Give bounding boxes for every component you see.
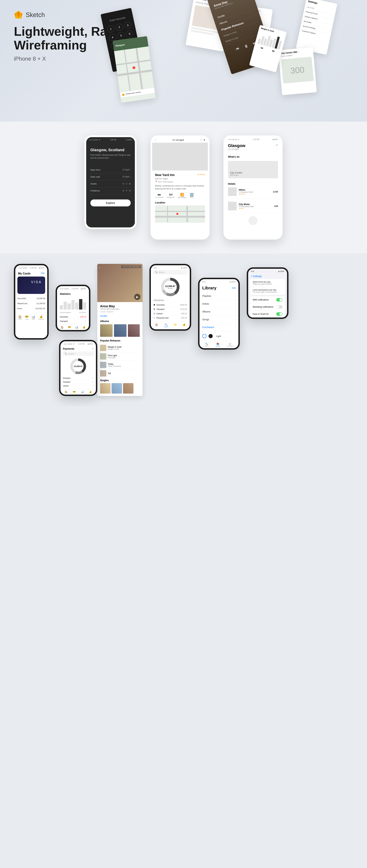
marketing-toggle[interactable]: [276, 305, 283, 309]
p-tab-home[interactable]: 🏠: [65, 391, 67, 393]
stats-tab-active[interactable]: 📊: [75, 326, 78, 329]
tab-budget-payments[interactable]: 💰: [182, 323, 186, 328]
spending-personalcare-amount: £56.00: [181, 317, 187, 319]
back-arrow-icon[interactable]: ‹: [99, 266, 100, 269]
library-item-purchased[interactable]: Purchased ›: [199, 323, 238, 331]
tab-payments[interactable]: 💰 Payments: [38, 315, 45, 320]
tab-lib-purchased[interactable]: 🛒 Purchased: [227, 342, 233, 347]
statistics-screen: ◄◄ Carrier 1:20 PM ■100% Statistics: [57, 286, 89, 330]
single-thumb-2[interactable]: [112, 383, 122, 394]
artist-hero-image: ‹ ▶ 200,567,998 Subscribers: [97, 264, 142, 302]
tab-home[interactable]: 🏠 Home: [18, 315, 22, 320]
hotel-item-citymotel[interactable]: City Motel 9 Hampstead Road ★★★ £59: [228, 202, 278, 213]
expand-icon[interactable]: ⤢: [276, 143, 278, 147]
track-name-4: Tell: [108, 372, 111, 375]
shuffle-button[interactable]: Shuffle: [100, 315, 140, 317]
payments-item-transport[interactable]: Transport ✓: [63, 380, 93, 384]
album-thumb-3[interactable]: [128, 324, 140, 337]
tab-budget-albums[interactable]: 📁: [174, 323, 177, 328]
p-leisure-check: ✓: [92, 385, 93, 387]
faceid-toggle[interactable]: [276, 312, 283, 316]
settings-content: Spend limit per day Today you spent £550…: [248, 279, 287, 317]
payments-item-leisure[interactable]: Leisure ✓: [63, 384, 93, 388]
track-item-1[interactable]: Weight in Gold Weight in Gold: [100, 344, 140, 352]
track-item-2[interactable]: Find Light Find Light: [100, 352, 140, 361]
hotel-item-hilton[interactable]: Hilton 1 Livingston Street ★★★★ £150: [228, 187, 278, 199]
payments-edit-button[interactable]: ≡: [92, 347, 93, 350]
settings-back-button[interactable]: < Settings: [251, 275, 262, 278]
library-item-playlists[interactable]: Playlists ›: [199, 292, 238, 300]
track-detail-1: Weight in Gold: [108, 348, 121, 350]
my-cards-screen: ◄◄ Carrier 1:20 PM ■100% My Cards Edit V…: [15, 265, 47, 338]
payments-list: Groceries ✓ Transport ✓ Leisure ✓: [60, 376, 96, 388]
spend-limit-sub: Today you spent £550.87: [253, 283, 283, 285]
stat-bar-1: [60, 305, 63, 310]
card-row-mastercard[interactable]: MasterCard £1,200.55: [18, 301, 45, 306]
library-item-albums[interactable]: Albums ›: [199, 308, 238, 316]
spending-title: SPENDING: [153, 300, 187, 301]
explore-button[interactable]: Explore: [90, 199, 131, 207]
city-centre-card[interactable]: City Centre 300 Tours: [228, 161, 278, 178]
time-payments: 1:25 PM: [78, 343, 84, 345]
svg-point-15: [176, 213, 178, 215]
hotels-section-title: Hotels: [228, 182, 278, 185]
groceries-value: -£89.20: [80, 316, 86, 318]
payments-search-bar[interactable]: 🔍 Search: [62, 351, 94, 356]
stats-tab-cards[interactable]: 💳: [68, 326, 71, 329]
p-tab-cards[interactable]: 💳: [73, 391, 76, 393]
album-thumb-sf[interactable]: [114, 324, 126, 337]
play-button[interactable]: ▶: [134, 294, 140, 300]
tab-budget-home[interactable]: 🏠: [155, 323, 158, 328]
card-row-amex[interactable]: Amex £13,551.91: [18, 306, 45, 311]
p-tab-payments[interactable]: 💰: [89, 391, 92, 393]
three-phones-section: ◄◄ Carrier ▼ 1:20 PM ⬛100% Glasgow, Scot…: [0, 122, 367, 253]
stats-tab-payments[interactable]: 💰: [83, 326, 85, 329]
single-thumb-1[interactable]: [100, 383, 111, 394]
tab-stats[interactable]: 📊 Stats: [32, 315, 35, 320]
tab-cards[interactable]: 💳 Cards: [25, 315, 28, 320]
spending-section: SPENDING Groceries £500.00 Transport £12…: [151, 300, 190, 320]
card-row-visa[interactable]: Visa Debit £3,500.00: [18, 296, 45, 301]
spending-groceries-label: Groceries: [157, 304, 179, 306]
glasgow-overview-screen: ◄◄ Carrier ▼ 1:20 PM ■100% Glasgow 17–22…: [225, 137, 281, 238]
sms-toggle[interactable]: [276, 298, 283, 302]
heart-icon[interactable]: ♡: [200, 139, 202, 141]
stats-tab-home[interactable]: 🏠: [61, 326, 64, 329]
library-item-songs[interactable]: Songs ›: [199, 316, 238, 323]
cards-edit-button[interactable]: Edit: [41, 272, 45, 275]
share-icon[interactable]: ⬆: [203, 139, 205, 141]
hotel-amenities-row: 🛏 6 in a Room 🍽 Restaurant 📶 WiFi 5Mbps …: [155, 193, 205, 198]
p-tab-stats[interactable]: 📊: [81, 391, 84, 393]
adults-controls[interactable]: ⊖ 2 ⊕: [122, 182, 131, 185]
childrens-label: Childrens: [90, 189, 100, 192]
settings-group-2: SMS notifications Marketing notification…: [250, 296, 285, 317]
settings-item-face-id[interactable]: Face or Touch ID: [250, 311, 285, 317]
library-item-artists[interactable]: Artists ›: [199, 300, 238, 308]
payments-center: £2,050.47: [74, 365, 83, 367]
track-item-3[interactable]: Today Today, Tomorrow: [100, 361, 140, 369]
search-icon: 🔍: [155, 271, 158, 273]
tab-budget-search[interactable]: 🔍 Search: [164, 323, 168, 328]
payments-status-bar: ◄◄ Carrier ▼ 1:25 PM ■100%: [60, 341, 96, 346]
tab-lib-search[interactable]: 🔍 Search: [204, 342, 209, 347]
childrens-controls[interactable]: ⊖ 0 ⊕: [122, 189, 131, 192]
budget-phone-frame: 9:41 ■ 100% 🔍 Search: [149, 264, 191, 331]
back-button[interactable]: ‹: [155, 138, 156, 141]
dark-theme-option[interactable]: [208, 334, 213, 338]
settings-item-marketing[interactable]: Marketing notifications: [250, 304, 285, 311]
card-amount-mc: £1,200.55: [37, 302, 45, 305]
stats-item-transport: Transport ✓: [60, 319, 86, 323]
settings-item-sms[interactable]: SMS notifications: [250, 296, 285, 304]
library-edit-button[interactable]: Edit: [232, 287, 236, 289]
budget-search[interactable]: 🔍 Search: [153, 270, 188, 275]
bottom-phones-section: ◄◄ Carrier 1:20 PM ■100% My Cards Edit V…: [0, 253, 367, 406]
track-item-4[interactable]: Tell: [100, 369, 140, 378]
search-circle-button[interactable]: [249, 216, 257, 225]
payments-item-groceries[interactable]: Groceries ✓: [63, 376, 93, 380]
tab-lib-library[interactable]: 📚 Library: [216, 342, 220, 347]
light-theme-option[interactable]: [202, 334, 206, 338]
single-thumb-3[interactable]: [123, 383, 134, 394]
album-thumb-1[interactable]: [100, 324, 113, 337]
date-until-label: Date until: [90, 176, 100, 178]
glasgow-dark-phone: ◄◄ Carrier ▼ 1:20 PM ⬛100% Glasgow, Scot…: [84, 135, 137, 229]
